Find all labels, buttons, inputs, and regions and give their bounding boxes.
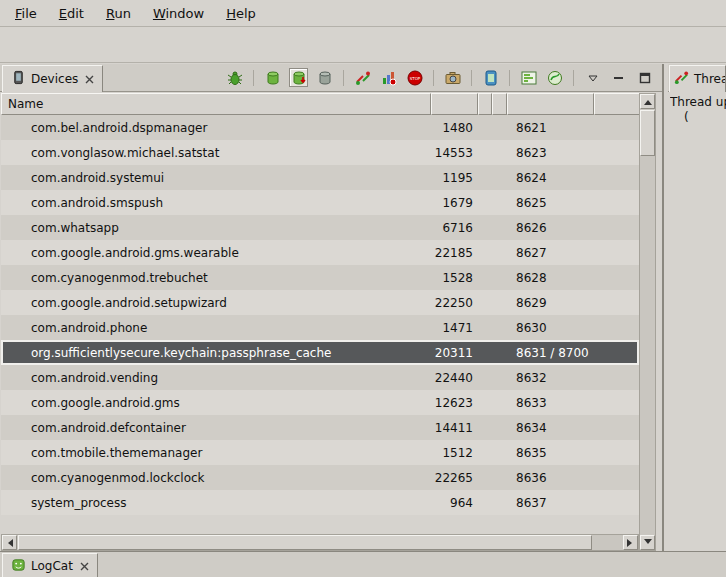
threads-message-line-1: Thread up	[670, 95, 726, 110]
process-name: com.android.defcontainer	[1, 421, 431, 435]
tab-devices[interactable]: Devices	[2, 65, 103, 92]
scroll-right-button[interactable]	[623, 535, 638, 550]
tab-logcat[interactable]: LogCat	[2, 553, 98, 577]
arrow-right-icon	[627, 539, 636, 547]
process-pid: 14553	[431, 146, 478, 160]
view-menu-icon[interactable]	[583, 68, 602, 87]
capture-systrace-icon[interactable]	[519, 68, 538, 87]
process-port: 8631 / 8700	[507, 346, 639, 360]
table-row[interactable]: com.android.defcontainer144118634	[1, 415, 639, 440]
table-row[interactable]: com.bel.android.dspmanager14808621	[1, 115, 639, 140]
process-pid: 1679	[431, 196, 478, 210]
column-header-port[interactable]	[507, 93, 594, 115]
threads-panel: Threa Thread up (	[668, 64, 726, 551]
column-header-blank-1[interactable]	[478, 93, 492, 115]
start-method-profiling-icon[interactable]	[379, 68, 398, 87]
menu-item-window[interactable]: Window	[142, 2, 215, 25]
table-row[interactable]: com.google.android.gms126238633	[1, 390, 639, 415]
table-row[interactable]: com.google.android.setupwizard222508629	[1, 290, 639, 315]
process-pid: 964	[431, 496, 478, 510]
devices-tab-label: Devices	[31, 72, 78, 86]
table-row[interactable]: com.android.phone14718630	[1, 315, 639, 340]
menu-item-file[interactable]: File	[4, 2, 48, 25]
column-header-pid[interactable]	[431, 93, 478, 115]
horizontal-scrollbar-thumb[interactable]	[18, 535, 592, 550]
menu-item-edit[interactable]: Edit	[48, 2, 95, 25]
logcat-bar: LogCat	[0, 551, 726, 577]
column-header-name[interactable]: Name	[1, 93, 431, 115]
process-pid: 1195	[431, 171, 478, 185]
process-port: 8624	[507, 171, 639, 185]
table-row[interactable]: com.cyanogenmod.lockclock222658636	[1, 465, 639, 490]
process-port: 8628	[507, 271, 639, 285]
menu-item-help[interactable]: Help	[215, 2, 267, 25]
process-port: 8621	[507, 121, 639, 135]
threads-tab-icon	[674, 70, 689, 88]
table-row[interactable]: com.android.vending224408632	[1, 365, 639, 390]
process-name: com.android.phone	[1, 321, 431, 335]
process-port: 8633	[507, 396, 639, 410]
toolbar-separator	[573, 70, 574, 86]
process-table-header: Name	[1, 93, 639, 115]
horizontal-scrollbar[interactable]	[1, 534, 639, 551]
process-name: system_process	[1, 496, 431, 510]
screen-capture-icon[interactable]	[443, 68, 462, 87]
table-row[interactable]: com.vonglasow.michael.satstat145538623	[1, 140, 639, 165]
arrow-down-icon	[644, 539, 652, 548]
table-row[interactable]: com.whatsapp67168626	[1, 215, 639, 240]
minimize-icon[interactable]	[609, 68, 628, 87]
process-name: org.sufficientlysecure.keychain:passphra…	[1, 346, 431, 360]
scroll-left-button[interactable]	[2, 535, 17, 550]
process-pid: 12623	[431, 396, 478, 410]
logcat-tab-close-icon[interactable]	[80, 562, 89, 571]
vertical-scrollbar[interactable]	[639, 93, 656, 551]
process-port: 8623	[507, 146, 639, 160]
process-name: com.bel.android.dspmanager	[1, 121, 431, 135]
column-header-blank-3[interactable]	[594, 93, 639, 115]
process-name: com.google.android.gms.wearable	[1, 246, 431, 260]
column-header-blank-2[interactable]	[492, 93, 507, 115]
maximize-icon[interactable]	[635, 68, 654, 87]
process-port: 8635	[507, 446, 639, 460]
process-port: 8629	[507, 296, 639, 310]
table-row[interactable]: com.tmobile.thememanager15128635	[1, 440, 639, 465]
table-row[interactable]: system_process9648637	[1, 490, 639, 515]
stop-process-icon[interactable]: STOP	[405, 68, 424, 87]
process-port: 8630	[507, 321, 639, 335]
devices-toolbar: STOP	[225, 68, 654, 87]
threads-tab-label: Threa	[694, 72, 726, 86]
update-threads-icon[interactable]	[353, 68, 372, 87]
table-row[interactable]: org.sufficientlysecure.keychain:passphra…	[1, 340, 639, 365]
table-row[interactable]: com.android.systemui11958624	[1, 165, 639, 190]
process-table-body: com.bel.android.dspmanager14808621com.vo…	[1, 115, 639, 534]
process-name: com.tmobile.thememanager	[1, 446, 431, 460]
cause-gc-icon[interactable]	[315, 68, 334, 87]
table-row[interactable]: com.android.smspush16798625	[1, 190, 639, 215]
dump-hprof-icon[interactable]	[289, 68, 308, 87]
tab-threads[interactable]: Threa	[669, 65, 726, 92]
table-row[interactable]: com.google.android.gms.wearable221858627	[1, 240, 639, 265]
toolbar-separator	[253, 70, 254, 86]
debug-process-icon[interactable]	[225, 68, 244, 87]
process-name: com.whatsapp	[1, 221, 431, 235]
vertical-scrollbar-thumb[interactable]	[640, 110, 655, 156]
threads-message-line-2: (	[670, 110, 726, 125]
table-row[interactable]: com.cyanogenmod.trebuchet15288628	[1, 265, 639, 290]
toolbar-separator	[343, 70, 344, 86]
process-pid: 22265	[431, 471, 478, 485]
menu-item-run[interactable]: Run	[95, 2, 142, 25]
devices-tab-close-icon[interactable]	[85, 75, 94, 84]
scroll-down-button[interactable]	[640, 535, 655, 550]
process-port: 8636	[507, 471, 639, 485]
threads-content: Thread up (	[670, 95, 726, 125]
process-pid: 1480	[431, 121, 478, 135]
process-name: com.android.systemui	[1, 171, 431, 185]
dump-view-hierarchy-icon[interactable]	[481, 68, 500, 87]
process-port: 8627	[507, 246, 639, 260]
process-port: 8626	[507, 221, 639, 235]
process-port: 8632	[507, 371, 639, 385]
update-heap-icon[interactable]	[263, 68, 282, 87]
process-name: com.google.android.gms	[1, 396, 431, 410]
start-opengl-trace-icon[interactable]	[545, 68, 564, 87]
scroll-up-button[interactable]	[640, 94, 655, 109]
